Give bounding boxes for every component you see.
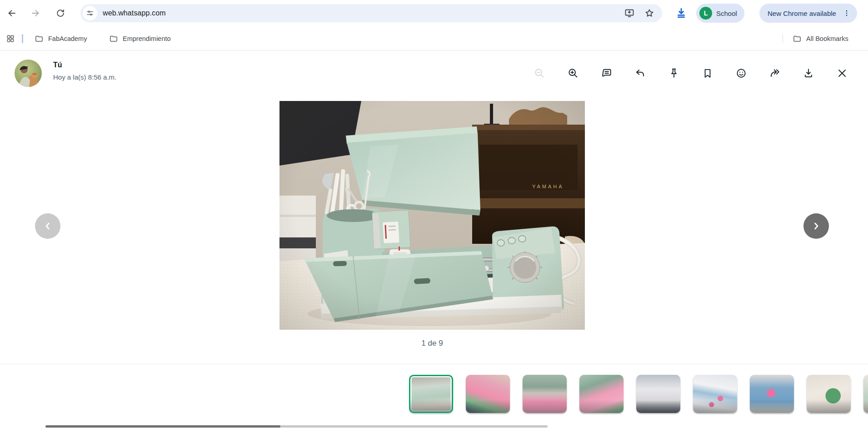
forward-icon: [769, 67, 781, 79]
kebab-menu-icon: [843, 9, 851, 17]
pin-icon: [668, 67, 680, 79]
bookmark-folder-fabacademy[interactable]: FabAcademy: [31, 32, 90, 45]
chrome-toolbar: web.whatsapp.com L School New Chrome ava…: [0, 0, 868, 26]
sender-avatar-photo: [15, 60, 42, 87]
open-chat-button[interactable]: [597, 63, 617, 83]
close-icon: [836, 67, 848, 79]
back-button[interactable]: [3, 4, 21, 22]
sender-name: Tú: [53, 61, 62, 69]
emoji-react-button[interactable]: [731, 63, 751, 83]
bookmark-folder-label: FabAcademy: [48, 35, 87, 42]
apps-grid-button[interactable]: [5, 33, 16, 45]
sent-time: Hoy a la(s) 8:56 a.m.: [53, 73, 116, 81]
reload-icon: [55, 8, 65, 18]
bookmark-folder-emprendimiento[interactable]: Emprendimiento: [105, 32, 175, 45]
chevron-right-icon: [811, 221, 822, 232]
zoom-out-icon: [534, 67, 545, 79]
bookmarks-separator: [783, 34, 783, 43]
reload-button[interactable]: [51, 4, 70, 22]
bookmarks-bar: FabAcademy Emprendimiento All Bookmarks: [0, 26, 868, 50]
site-settings-chip[interactable]: [83, 6, 97, 20]
viewer-toolbar: [529, 63, 852, 83]
zoom-out-button[interactable]: [529, 63, 549, 83]
pin-button[interactable]: [664, 63, 684, 83]
sender-avatar: [15, 60, 42, 87]
forward-message-button[interactable]: [765, 63, 785, 83]
reply-button[interactable]: [630, 63, 650, 83]
zoom-in-icon: [567, 67, 579, 79]
apps-grid-icon: [6, 34, 15, 43]
thumbnail-5[interactable]: [636, 375, 680, 413]
download-media-button[interactable]: [798, 63, 818, 83]
thumbnail-8[interactable]: [807, 375, 851, 413]
close-viewer-button[interactable]: [832, 63, 852, 83]
media-counter: 1 de 9: [279, 339, 585, 348]
download-icon: [803, 67, 814, 79]
thumbnail-2[interactable]: [466, 375, 510, 413]
all-bookmarks-button[interactable]: All Bookmarks: [789, 32, 852, 45]
thumbnail-3[interactable]: [523, 375, 567, 413]
download-active-icon: [675, 7, 688, 20]
chrome-update-label: New Chrome available: [768, 10, 836, 17]
all-bookmarks-label: All Bookmarks: [806, 35, 848, 42]
main-photo: YAMAHA: [279, 101, 585, 330]
reply-icon: [634, 67, 646, 79]
downloads-button[interactable]: [674, 6, 688, 20]
bookmark-icon: [702, 67, 713, 79]
back-icon: [7, 8, 17, 18]
bookmark-star-icon[interactable]: [644, 8, 655, 19]
browser-window: web.whatsapp.com L School New Chrome ava…: [0, 0, 868, 428]
thumbnail-strip: [409, 375, 868, 417]
folder-icon: [35, 34, 44, 43]
profile-button[interactable]: L School: [696, 4, 744, 23]
horizontal-scrollbar-thumb[interactable]: [45, 425, 280, 428]
cricut-machine-photo: YAMAHA: [279, 101, 585, 330]
url-text[interactable]: web.whatsapp.com: [103, 9, 624, 17]
forward-button[interactable]: [26, 4, 45, 22]
chevron-left-icon: [42, 221, 53, 232]
profile-name: School: [716, 10, 737, 17]
bookmarks-separator: [22, 34, 23, 43]
thumbnail-4[interactable]: [579, 375, 624, 413]
browser-menu-button[interactable]: [841, 7, 853, 19]
zoom-in-button[interactable]: [563, 63, 583, 83]
address-bar[interactable]: web.whatsapp.com: [80, 4, 662, 22]
tune-icon: [86, 9, 94, 17]
forward-icon: [30, 8, 40, 18]
profile-avatar: L: [699, 7, 712, 20]
thumbnail-1-selected[interactable]: [409, 375, 453, 413]
thumbnail-7[interactable]: [750, 375, 794, 413]
bookmark-folder-label: Emprendimiento: [123, 35, 171, 42]
previous-media-button[interactable]: [35, 213, 60, 239]
folder-icon: [109, 34, 118, 43]
thumbnail-6[interactable]: [693, 375, 737, 413]
folder-icon: [793, 34, 802, 43]
chrome-update-button[interactable]: New Chrome available: [759, 4, 857, 23]
emoji-icon: [735, 67, 747, 79]
install-app-icon[interactable]: [624, 8, 635, 19]
chat-bubble-icon: [601, 67, 613, 79]
next-media-button[interactable]: [803, 213, 829, 239]
thumbnail-strip-divider: [0, 364, 868, 364]
thumbnail-9[interactable]: [863, 375, 868, 413]
bookmark-button[interactable]: [698, 63, 718, 83]
